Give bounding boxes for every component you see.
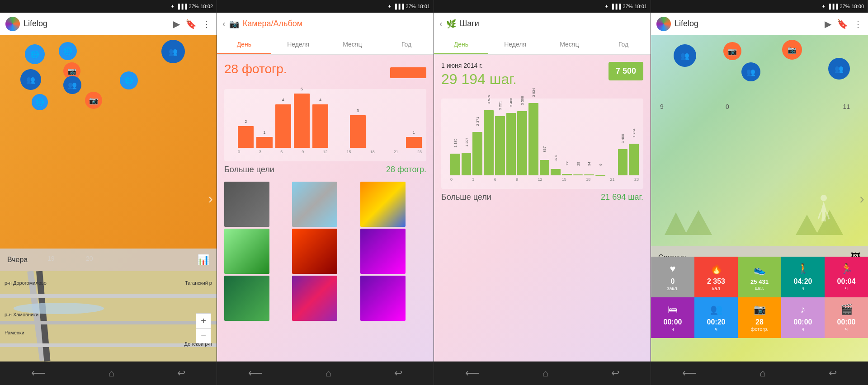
screen-steps: ‹ 🌿 Шаги День Неделя Месяц Год 1 июня 20… bbox=[434, 13, 651, 385]
bar-6: 3 bbox=[350, 115, 366, 148]
photo-thumb-8[interactable] bbox=[292, 276, 337, 321]
tab-day-2[interactable]: День bbox=[217, 35, 271, 54]
screen-lifelog-today: Lifelog ▶ 🔖 ⋮ 👥 📷 📷 👥 👥 9 0 11 bbox=[651, 13, 868, 385]
status-bar-3: ✦ ▐▐▐ 37% 18:01 bbox=[434, 0, 651, 13]
nav-bar-4: ⟵ ⌂ ↩ bbox=[651, 362, 868, 385]
photo-thumb-3[interactable] bbox=[360, 182, 406, 227]
lifelog-logo-4 bbox=[656, 17, 671, 31]
steps-icon-tile: 👟 bbox=[754, 264, 766, 276]
status-bars-container: ✦ ▐▐▐ 37% 18:02 ✦ ▐▐▐ 37% 18:01 ✦ ▐▐▐ 37… bbox=[0, 0, 868, 13]
recent-button-3[interactable]: ↩ bbox=[611, 367, 619, 379]
screen-lifelog-yesterday: Lifelog ▶ 🔖 ⋮ 🌐 🌐 👥 📷 👥 👥 🌐 🌐 📷 18 19 20 bbox=[0, 13, 217, 385]
photo-thumb-9[interactable] bbox=[360, 276, 406, 321]
walk-icon-tile: 🚶 bbox=[797, 263, 809, 275]
nav-bar-1: ⟵ ⌂ ↩ bbox=[0, 362, 217, 385]
photo-thumb-5[interactable] bbox=[292, 229, 337, 274]
home-button-1[interactable]: ⌂ bbox=[108, 367, 114, 379]
tile-video-value: 00:00 bbox=[837, 318, 856, 326]
back-button-3[interactable]: ‹ bbox=[439, 19, 443, 29]
tile-run-time[interactable]: 🏃 00:04 ч bbox=[825, 257, 868, 297]
more-button-1[interactable]: ⋮ bbox=[202, 19, 211, 29]
zoom-in-button[interactable]: + bbox=[196, 314, 211, 328]
camera-bubble-2[interactable]: 📷 bbox=[85, 92, 102, 109]
people-bubble-2[interactable]: 👥 bbox=[20, 69, 41, 90]
camera-bubble-4a[interactable]: 📷 bbox=[723, 42, 741, 60]
home-button-3[interactable]: ⌂ bbox=[542, 367, 548, 379]
home-button-2[interactable]: ⌂ bbox=[326, 367, 331, 379]
tab-month-2[interactable]: Месяц bbox=[326, 35, 380, 54]
bar-1: 1 bbox=[256, 137, 272, 148]
date-bar-1: Вчера 📊 bbox=[0, 249, 217, 271]
day-number-9: 9 bbox=[660, 103, 664, 110]
bluetooth-icon-2: ✦ bbox=[387, 4, 392, 9]
tab-week-3[interactable]: Неделя bbox=[488, 35, 542, 54]
people-bubble-3[interactable]: 👥 bbox=[63, 76, 81, 94]
tile-bookmarks[interactable]: ♥ 0 закл. bbox=[651, 257, 694, 297]
map-bg-1: р-н Дорогомилово Таганский р р-н Хамовни… bbox=[0, 271, 217, 362]
tile-social[interactable]: 👥 00:20 ч bbox=[694, 297, 738, 338]
people-bubble-4a[interactable]: 👥 bbox=[674, 44, 696, 67]
photo-thumb-4[interactable] bbox=[224, 229, 269, 274]
tile-steps[interactable]: 👟 25 431 шаг. bbox=[738, 257, 781, 297]
people-bubble-4b[interactable]: 👥 bbox=[828, 58, 850, 80]
tile-photos[interactable]: 📷 28 фотогр. bbox=[738, 297, 781, 338]
tile-walk-time[interactable]: 🚶 04:20 ч bbox=[781, 257, 825, 297]
recent-button-4[interactable]: ↩ bbox=[829, 367, 837, 379]
play-button-4[interactable]: ▶ bbox=[825, 19, 831, 29]
tile-sleep[interactable]: 🛏 00:00 ч bbox=[651, 297, 694, 338]
next-day-arrow-1[interactable]: › bbox=[208, 190, 213, 207]
sbar-8: 837 bbox=[540, 160, 550, 175]
recent-button-2[interactable]: ↩ bbox=[394, 367, 402, 379]
play-button-1[interactable]: ▶ bbox=[173, 19, 180, 29]
steps-header: ‹ 🌿 Шаги bbox=[434, 13, 651, 35]
photo-icon-tile: 📷 bbox=[754, 304, 766, 315]
tab-day-3[interactable]: День bbox=[434, 35, 488, 54]
photos-grid bbox=[224, 182, 426, 321]
camera-bubble-4b[interactable]: 📷 bbox=[782, 40, 802, 60]
people-bubble-1[interactable]: 👥 bbox=[161, 40, 185, 63]
status-bar-1: ✦ ▐▐▐ 37% 18:02 bbox=[0, 0, 217, 13]
bookmark-button-4[interactable]: 🔖 bbox=[837, 19, 848, 29]
photo-thumb-2[interactable] bbox=[292, 182, 337, 227]
lifelog-bg-1: 🌐 🌐 👥 📷 👥 👥 🌐 🌐 📷 18 19 20 › bbox=[0, 35, 217, 362]
tile-calories[interactable]: 🔥 2 353 кал bbox=[694, 257, 738, 297]
next-day-arrow-4[interactable]: › bbox=[859, 190, 864, 207]
tile-music[interactable]: ♪ 00:00 ч bbox=[781, 297, 825, 338]
tile-music-label: ч bbox=[802, 326, 804, 332]
recent-button-1[interactable]: ↩ bbox=[177, 367, 185, 379]
steps-stat-header: 1 июня 2014 г. 29 194 шаг. 7 500 bbox=[441, 62, 643, 95]
globe-bubble-4[interactable]: 🌐 bbox=[32, 94, 48, 110]
steps-chart: 1 185 1 207 2 371 3 575 3 221 3 400 3 50… bbox=[441, 99, 643, 189]
back-button-1[interactable]: ⟵ bbox=[31, 367, 46, 379]
tab-year-2[interactable]: Год bbox=[379, 35, 434, 54]
camera-bars: 2 1 4 5 4 3 1 bbox=[238, 94, 422, 148]
video-icon-tile: 🎬 bbox=[840, 304, 853, 315]
photo-thumb-7[interactable] bbox=[224, 276, 269, 321]
back-button-2[interactable]: ‹ bbox=[222, 19, 226, 29]
photo-thumb-6[interactable] bbox=[360, 229, 406, 274]
tab-week-2[interactable]: Неделя bbox=[271, 35, 326, 54]
human-silhouette-4 bbox=[816, 194, 832, 230]
back-button-nav-2[interactable]: ⟵ bbox=[248, 367, 263, 379]
day-number-10: 0 bbox=[726, 103, 729, 110]
photo-thumb-1[interactable] bbox=[224, 182, 269, 227]
home-button-4[interactable]: ⌂ bbox=[760, 367, 765, 379]
globe-bubble-3[interactable]: 🌐 bbox=[120, 71, 138, 89]
tab-year-3[interactable]: Год bbox=[596, 35, 651, 54]
globe-bubble-2[interactable]: 🌐 bbox=[59, 42, 77, 60]
globe-bubble-1[interactable]: 🌐 bbox=[25, 44, 45, 64]
back-button-nav-3[interactable]: ⟵ bbox=[465, 367, 480, 379]
steps-goal-row: Больше цели 21 694 шаг. bbox=[441, 192, 643, 202]
sbar-10: 77 bbox=[562, 174, 572, 175]
back-button-nav-4[interactable]: ⟵ bbox=[682, 367, 697, 379]
tile-video[interactable]: 🎬 00:00 ч bbox=[825, 297, 868, 338]
zoom-out-button[interactable]: − bbox=[196, 329, 211, 343]
bookmark-button-1[interactable]: 🔖 bbox=[185, 19, 197, 29]
more-button-4[interactable]: ⋮ bbox=[854, 19, 863, 29]
tab-month-3[interactable]: Месяц bbox=[542, 35, 597, 54]
tile-calories-label: кал bbox=[712, 286, 720, 291]
sbar-5: 3 400 bbox=[506, 113, 516, 175]
battery-3: 37% bbox=[623, 4, 632, 9]
stats-icon-1[interactable]: 📊 bbox=[197, 254, 209, 266]
people-bubble-4c[interactable]: 👥 bbox=[741, 62, 760, 81]
